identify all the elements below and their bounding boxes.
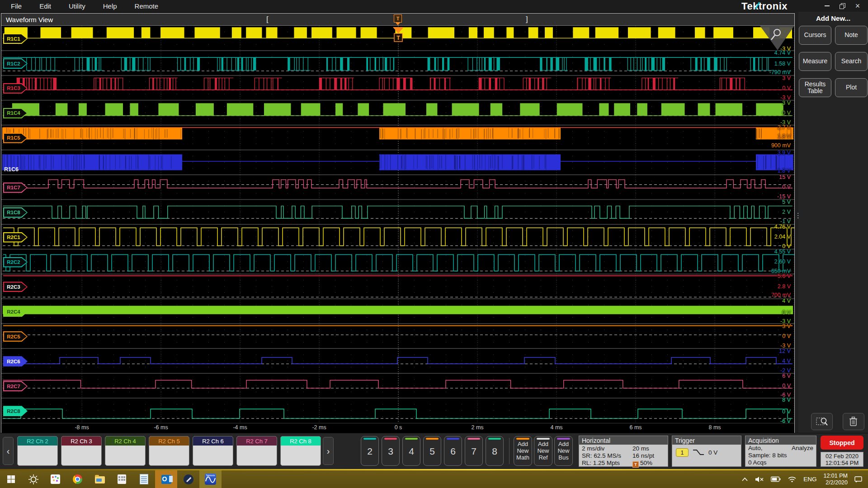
channel-badge-label: R2C2 [3, 259, 24, 265]
horizontal-value: 2 ms/div [582, 445, 632, 452]
horizontal-panel[interactable]: Horizontal 2 ms/div20 msSR: 62.5 MS/s16 … [579, 436, 668, 467]
menu-item-help[interactable]: Help [96, 1, 124, 11]
trigger-source-badge[interactable]: 1 [676, 448, 689, 457]
channel-number: 3 [382, 446, 399, 457]
add-new-results-table-button[interactable]: Results Table [799, 78, 831, 97]
scale-label-r1c7: 15 V [779, 174, 791, 180]
channel-tab-r2-ch-7[interactable]: R2 Ch 7 [236, 436, 277, 466]
taskbar-sun-icon[interactable] [22, 470, 44, 488]
waveform-view-titlebar[interactable]: Waveform View [ ] T [1, 14, 794, 26]
taskbar-tekscope-icon[interactable]: Tektronix [199, 470, 222, 488]
channel-tab-r2-ch-2[interactable]: R2 Ch 2 [17, 436, 58, 466]
taskbar-outlook-icon[interactable] [155, 470, 177, 488]
channel-tab-r2-ch-4[interactable]: R2 Ch 4 [105, 436, 146, 466]
channel-number: 8 [486, 446, 503, 457]
horizontal-panel-title: Horizontal [579, 436, 668, 445]
acquisition-acqs: 0 Acqs [748, 459, 767, 466]
trigger-level: 0 V [708, 449, 717, 456]
axis-tick-label: -8 ms [75, 424, 89, 431]
add-new-plot-button[interactable]: Plot [835, 78, 868, 97]
channel-color-stripe [384, 438, 397, 440]
add-new-note-button[interactable]: Note [835, 26, 868, 45]
taskbar-calculator-icon[interactable] [111, 470, 133, 488]
trigger-position-indicator[interactable]: T [394, 14, 402, 23]
battery-icon[interactable] [771, 476, 781, 482]
add-new-title: Add New... [798, 14, 868, 22]
channel-8-button[interactable]: 8 [486, 436, 504, 466]
add-new-math-button[interactable]: AddNewMath [514, 436, 532, 466]
channel-badge-label: R2C3 [3, 284, 24, 290]
channel-badge-label: R2C4 [3, 309, 24, 314]
volume-muted-icon[interactable] [755, 476, 764, 483]
menu-item-edit[interactable]: Edit [33, 1, 58, 11]
scale-label-r2c5: 0 V [782, 333, 791, 339]
zoom-bracket-left[interactable]: [ [266, 15, 269, 24]
minimize-icon[interactable] [819, 0, 835, 12]
taskbar-start-icon[interactable] [0, 470, 22, 488]
horizontal-value: 16 ns/pt [632, 452, 654, 460]
axis-tick-label: 6 ms [629, 424, 642, 431]
menu-item-utility[interactable]: Utility [62, 1, 92, 11]
scale-label-r1c3: 0 V [782, 85, 791, 91]
channel-7-button[interactable]: 7 [465, 436, 483, 466]
trigger-panel[interactable]: Trigger 1 0 V [672, 436, 741, 467]
channel-tab-label: R2 Ch 8 [281, 436, 321, 446]
add-new-bus-button[interactable]: AddNewBus [554, 436, 573, 466]
taskbar-explorer-icon[interactable] [89, 470, 111, 488]
channel-4-button[interactable]: 4 [402, 436, 420, 466]
notification-center-icon[interactable] [854, 476, 863, 483]
restore-icon[interactable] [835, 0, 850, 12]
taskbar-photos-icon[interactable] [44, 470, 66, 488]
add-new-cursors-button[interactable]: Cursors [799, 26, 831, 45]
zoom-bracket-right[interactable]: ] [526, 15, 528, 24]
time-axis: -8 ms-6 ms-4 ms-2 ms0 s2 ms4 ms6 ms8 ms [1, 423, 794, 433]
channel-tab-r2-ch-6[interactable]: R2 Ch 6 [193, 436, 233, 466]
scroll-left-button[interactable]: ‹ [3, 437, 14, 465]
taskbar-notepad-icon[interactable] [133, 470, 155, 488]
acquisition-sample: Sample: 8 bits [748, 452, 787, 459]
channel-badge-label: R1C5 [3, 135, 24, 141]
box-zoom-icon [816, 417, 828, 427]
wifi-icon[interactable] [788, 476, 797, 483]
falling-edge-icon [693, 449, 704, 456]
waveform-canvas[interactable]: T [1, 26, 794, 423]
menu-item-file[interactable]: File [4, 1, 28, 11]
waveform-view-title: Waveform View [6, 16, 53, 23]
channel-tab-r2-ch-8[interactable]: R2 Ch 8 [280, 436, 321, 466]
language-indicator[interactable]: ENG [803, 476, 816, 483]
channel-3-button[interactable]: 3 [382, 436, 400, 466]
horizontal-row: 2 ms/div20 ms [579, 445, 668, 452]
channel-2-button[interactable]: 2 [361, 436, 379, 466]
channel-badge-r1c6[interactable]: R1C6 [4, 166, 19, 173]
taskbar-pen-icon[interactable] [177, 470, 199, 488]
taskbar-chrome-icon[interactable] [66, 470, 89, 488]
tray-chevron-up-icon[interactable] [741, 477, 748, 482]
tray-clock[interactable]: 12:01 PM 2/2/2020 [823, 473, 848, 486]
channel-tab-label: R2 Ch 4 [105, 436, 145, 446]
waveform-plot[interactable]: T R1C1R1C2R1C3R1C4R1C5R1C6R1C7R1C8R2C1R2… [1, 26, 794, 423]
channel-tab-r2-ch-5[interactable]: R2 Ch 5 [149, 436, 189, 466]
channel-tab-r2-ch-3[interactable]: R2 Ch 3 [61, 436, 102, 466]
add-new-ref-button[interactable]: AddNewRef [534, 436, 552, 466]
acquisition-panel[interactable]: Acquisition Auto, Analyze Sample: 8 bits… [745, 436, 816, 467]
trigger-settings: 1 0 V [672, 445, 741, 460]
scale-label-r2c6: 12 V [779, 348, 791, 354]
add-new-measure-button[interactable]: Measure [799, 52, 831, 71]
scale-label-r1c5: 900 mV [771, 142, 791, 149]
menu-item-remote[interactable]: Remote [128, 1, 165, 11]
panel-splitter[interactable]: ⋮⋮ [795, 12, 798, 433]
channel-5-button[interactable]: 5 [423, 436, 441, 466]
axis-tick-label: 8 ms [708, 424, 721, 431]
box-zoom-button[interactable] [811, 413, 833, 430]
close-icon[interactable]: × [850, 0, 865, 12]
scale-label-r2c6: 4 V [782, 358, 791, 364]
add-button-label: AddNewMath [514, 441, 532, 461]
scroll-right-button[interactable]: › [323, 437, 334, 465]
trash-button[interactable] [843, 413, 864, 430]
main-area: Waveform View [ ] T T R1C1R1C2R1C3R1C4R1… [0, 12, 868, 433]
add-new-search-button[interactable]: Search [835, 52, 868, 71]
channel-number: 2 [361, 446, 378, 457]
scale-label-r1c7: 0 V [782, 184, 791, 190]
run-status-badge[interactable]: Stopped [821, 436, 863, 450]
channel-6-button[interactable]: 6 [444, 436, 462, 466]
